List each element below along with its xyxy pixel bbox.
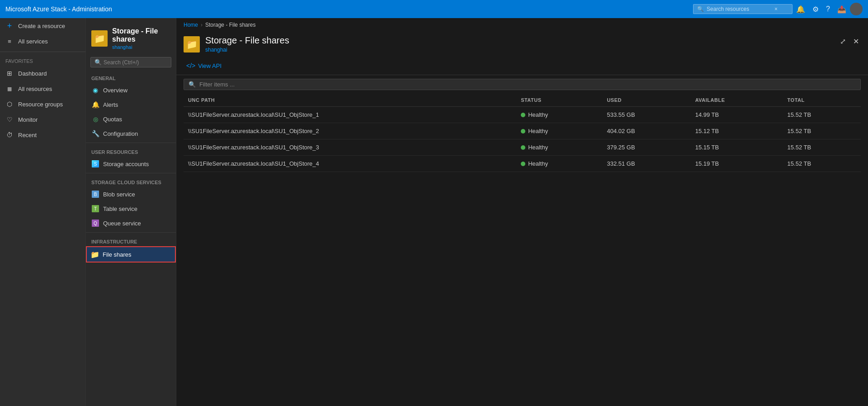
breadcrumb: Home › Storage - File shares [176, 18, 868, 32]
section-infrastructure-label: INFRASTRUCTURE [86, 234, 176, 246]
nav-item-table-service[interactable]: T Table service [86, 201, 176, 216]
sidebar-item-resource-groups[interactable]: ⬡ Resource groups [0, 96, 85, 112]
cell-status: Healthy [516, 139, 602, 156]
recent-icon: ⏱ [5, 131, 14, 139]
code-icon: </> [186, 62, 195, 69]
nav-item-overview[interactable]: ◉ Overview [86, 83, 176, 97]
cell-unc-path: \\SU1FileServer.azurestack.local\SU1_Obj… [184, 156, 516, 172]
header-actions: ⤢ ✕ [838, 35, 861, 48]
page-title: Storage - File shares [205, 35, 289, 46]
all-resources-icon: ▦ [5, 85, 14, 93]
nav-search-icon: 🔍 [94, 59, 102, 66]
cell-unc-path: \\SU1FileServer.azurestack.local\SU1_Obj… [184, 107, 516, 123]
cell-unc-path: \\SU1FileServer.azurestack.local\SU1_Obj… [184, 139, 516, 156]
col-total: TOTAL [783, 94, 861, 107]
section-storage-cloud-label: STORAGE CLOUD SERVICES [86, 175, 176, 187]
overview-icon: ◉ [91, 86, 99, 94]
cell-total: 15.52 TB [783, 123, 861, 139]
feedback-button[interactable]: 📤 [834, 3, 850, 15]
search-input[interactable] [707, 6, 774, 12]
help-button[interactable]: ? [822, 3, 834, 15]
create-resource-button[interactable]: + Create a resource [0, 18, 85, 33]
nav-item-queue-service[interactable]: Q Queue service [86, 216, 176, 230]
cell-status: Healthy [516, 156, 602, 172]
sidebar-item-dashboard[interactable]: ⊞ Dashboard [0, 66, 85, 81]
col-used: USED [602, 94, 690, 107]
favorites-label: FAVORITES [0, 55, 85, 66]
nav-divider-2 [86, 173, 176, 173]
cell-used: 404.02 GB [602, 123, 690, 139]
filter-icon: 🔍 [189, 81, 196, 88]
status-text: Healthy [528, 111, 548, 118]
alerts-icon: 🔔 [91, 100, 99, 109]
nav-item-storage-accounts[interactable]: S Storage accounts [86, 157, 176, 171]
nav-item-file-shares[interactable]: 📁 File shares [86, 246, 176, 263]
breadcrumb-home[interactable]: Home [184, 22, 198, 28]
cell-total: 15.52 TB [783, 139, 861, 156]
nav-divider-3 [86, 232, 176, 233]
status-dot [521, 113, 525, 117]
maximize-button[interactable]: ⤢ [838, 35, 848, 48]
col-unc-path: UNC PATH [184, 94, 516, 107]
table-header-row: UNC PATH STATUS USED AVAILABLE TOTAL [184, 94, 861, 107]
status-dot [521, 129, 525, 134]
notifications-button[interactable]: 🔔 [793, 3, 809, 15]
user-avatar[interactable] [850, 3, 863, 15]
cell-used: 533.55 GB [602, 107, 690, 123]
main-content: Home › Storage - File shares 📁 Storage -… [176, 18, 868, 406]
nav-divider-1 [86, 143, 176, 143]
status-text: Healthy [528, 144, 548, 151]
cell-available: 15.15 TB [691, 139, 783, 156]
search-clear-icon[interactable]: × [774, 6, 778, 12]
main-layout: + Create a resource ≡ All services FAVOR… [0, 18, 868, 406]
filter-input[interactable] [199, 81, 856, 88]
resource-nav-title: Storage - File shares [112, 27, 170, 43]
all-services-button[interactable]: ≡ All services [0, 33, 85, 49]
cell-total: 15.52 TB [783, 156, 861, 172]
breadcrumb-separator: › [201, 22, 203, 28]
status-text: Healthy [528, 128, 548, 134]
app-title: Microsoft Azure Stack - Administration [5, 5, 693, 13]
file-shares-table-container: UNC PATH STATUS USED AVAILABLE TOTAL \\S… [176, 94, 868, 406]
section-general-label: GENERAL [86, 71, 176, 83]
table-row[interactable]: \\SU1FileServer.azurestack.local\SU1_Obj… [184, 156, 861, 172]
nav-item-blob-service[interactable]: B Blob service [86, 187, 176, 201]
list-icon: ≡ [5, 37, 14, 45]
status-dot [521, 162, 525, 166]
content-title-area: 📁 Storage - File shares shanghai [184, 35, 289, 53]
plus-icon: + [5, 22, 14, 30]
status-dot [521, 145, 525, 150]
sidebar-item-all-resources[interactable]: ▦ All resources [0, 81, 85, 96]
cell-used: 332.51 GB [602, 156, 690, 172]
sidebar-item-recent[interactable]: ⏱ Recent [0, 127, 85, 143]
page-subtitle: shanghai [205, 47, 289, 53]
resource-nav-subtitle: shanghai [112, 44, 170, 50]
view-api-button[interactable]: </> View API [184, 60, 224, 71]
cell-unc-path: \\SU1FileServer.azurestack.local\SU1_Obj… [184, 123, 516, 139]
close-button[interactable]: ✕ [851, 35, 861, 48]
nav-item-alerts[interactable]: 🔔 Alerts [86, 97, 176, 112]
col-status: STATUS [516, 94, 602, 107]
nav-item-quotas[interactable]: ◎ Quotas [86, 112, 176, 126]
table-row[interactable]: \\SU1FileServer.azurestack.local\SU1_Obj… [184, 139, 861, 156]
resource-groups-icon: ⬡ [5, 100, 14, 108]
toolbar: </> View API [176, 58, 868, 75]
table-row[interactable]: \\SU1FileServer.azurestack.local\SU1_Obj… [184, 123, 861, 139]
sidebar: + Create a resource ≡ All services FAVOR… [0, 18, 86, 406]
table-row[interactable]: \\SU1FileServer.azurestack.local\SU1_Obj… [184, 107, 861, 123]
queue-icon: Q [91, 219, 99, 227]
sidebar-divider-1 [0, 52, 85, 52]
nav-search-input[interactable] [104, 59, 167, 66]
filter-input-container: 🔍 [184, 79, 861, 90]
resource-nav-header: 📁 Storage - File shares shanghai [86, 18, 176, 53]
dashboard-icon: ⊞ [5, 69, 14, 77]
section-user-resources-label: USER RESOURCES [86, 145, 176, 157]
settings-button[interactable]: ⚙ [809, 3, 822, 15]
sidebar-item-monitor[interactable]: ♡ Monitor [0, 112, 85, 127]
cell-available: 15.19 TB [691, 156, 783, 172]
search-bar[interactable]: 🔍 × [693, 4, 793, 14]
table-icon: T [91, 205, 99, 213]
resource-nav-search[interactable]: 🔍 [90, 57, 171, 67]
content-header: 📁 Storage - File shares shanghai ⤢ ✕ [176, 32, 868, 58]
nav-item-configuration[interactable]: 🔧 Configuration [86, 126, 176, 141]
